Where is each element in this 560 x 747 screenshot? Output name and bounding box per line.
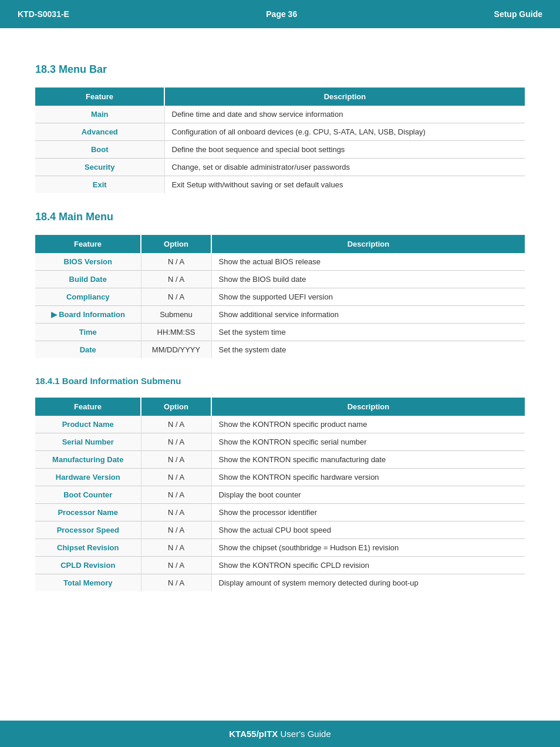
desc-cell: Show the actual CPU boot speed (211, 521, 525, 539)
desc-cell: Show the KONTRON specific serial number (211, 433, 525, 451)
table-row: Chipset Revision N / A Show the chipset … (35, 539, 525, 557)
desc-cell: Display amount of system memory detected… (211, 574, 525, 592)
section-menu-bar-heading: 18.3 Menu Bar (35, 63, 525, 76)
desc-cell: Display the boot counter (211, 486, 525, 504)
section-main-menu-heading: 18.4 Main Menu (35, 211, 525, 223)
menu-bar-desc-header: Description (164, 88, 525, 106)
header-guide: Setup Guide (494, 9, 542, 19)
footer-brand: KTA55/pITX (229, 729, 278, 739)
table-row: Compliancy N / A Show the supported UEFI… (35, 288, 525, 306)
feature-cell: Hardware Version (35, 469, 141, 486)
option-cell: N / A (141, 253, 211, 271)
desc-cell: Show the KONTRON specific manufacturing … (211, 451, 525, 469)
feature-cell: Build Date (35, 271, 141, 288)
desc-cell: Show the processor identifier (211, 504, 525, 521)
option-cell: N / A (141, 433, 211, 451)
menu-bar-table: Feature Description Main Define time and… (35, 88, 525, 193)
table-row: Product Name N / A Show the KONTRON spec… (35, 416, 525, 433)
feature-cell: Boot Counter (35, 486, 141, 504)
desc-cell: Show the chipset (southbridge = Hudson E… (211, 539, 525, 557)
table-row: Serial Number N / A Show the KONTRON spe… (35, 433, 525, 451)
desc-cell: Show the KONTRON specific CPLD revision (211, 557, 525, 574)
table-row: Processor Speed N / A Show the actual CP… (35, 521, 525, 539)
main-content: 18.3 Menu Bar Feature Description Main D… (0, 28, 560, 668)
desc-cell: Show the KONTRON specific product name (211, 416, 525, 433)
header-doc-id: KTD-S0031-E (18, 9, 69, 19)
table-row: Security Change, set or disable administ… (35, 159, 525, 176)
section-board-info-heading: 18.4.1 Board Information Submenu (35, 376, 525, 386)
option-cell: N / A (141, 486, 211, 504)
header-page: Page 36 (266, 9, 297, 19)
feature-cell: BIOS Version (35, 253, 141, 271)
desc-cell: Show additional service information (211, 306, 525, 324)
desc-cell: Show the KONTRON specific hardware versi… (211, 469, 525, 486)
feature-cell: Processor Speed (35, 521, 141, 539)
feature-cell: Manufacturing Date (35, 451, 141, 469)
table-row: ▶ Board Information Submenu Show additio… (35, 306, 525, 324)
board-info-table: Feature Option Description Product Name … (35, 398, 525, 591)
menu-bar-feature-header: Feature (35, 88, 164, 106)
desc-cell: Show the supported UEFI version (211, 288, 525, 306)
main-menu-table: Feature Option Description BIOS Version … (35, 235, 525, 358)
table-row: Total Memory N / A Display amount of sys… (35, 574, 525, 592)
section-main-menu: 18.4 Main Menu Feature Option Descriptio… (35, 211, 525, 358)
table-row: Main Define time and date and show servi… (35, 106, 525, 123)
feature-cell: Security (35, 159, 164, 176)
desc-cell: Show the BIOS build date (211, 271, 525, 288)
feature-cell: Date (35, 341, 141, 359)
option-cell: N / A (141, 557, 211, 574)
feature-cell: CPLD Revision (35, 557, 141, 574)
option-cell: N / A (141, 451, 211, 469)
page-header: KTD-S0031-E Page 36 Setup Guide (0, 0, 560, 28)
desc-cell: Set the system time (211, 324, 525, 341)
table-row: Build Date N / A Show the BIOS build dat… (35, 271, 525, 288)
desc-cell: Define time and date and show service in… (164, 106, 525, 123)
option-cell: N / A (141, 469, 211, 486)
option-cell: N / A (141, 416, 211, 433)
option-cell: MM/DD/YYYY (141, 341, 211, 359)
main-menu-option-header: Option (141, 235, 211, 253)
main-menu-feature-header: Feature (35, 235, 141, 253)
section-board-info: 18.4.1 Board Information Submenu Feature… (35, 376, 525, 591)
feature-cell: ▶ Board Information (35, 306, 141, 324)
section-menu-bar: 18.3 Menu Bar Feature Description Main D… (35, 63, 525, 193)
desc-cell: Change, set or disable administrator/use… (164, 159, 525, 176)
board-info-option-header: Option (141, 398, 211, 416)
desc-cell: Set the system date (211, 341, 525, 359)
option-cell: HH:MM:SS (141, 324, 211, 341)
desc-cell: Show the actual BIOS release (211, 253, 525, 271)
feature-cell: Processor Name (35, 504, 141, 521)
page-footer: KTA55/pITX User's Guide (0, 721, 560, 747)
table-row: Date MM/DD/YYYY Set the system date (35, 341, 525, 359)
table-row: CPLD Revision N / A Show the KONTRON spe… (35, 557, 525, 574)
feature-cell: Chipset Revision (35, 539, 141, 557)
main-menu-desc-header: Description (211, 235, 525, 253)
feature-cell: Serial Number (35, 433, 141, 451)
table-row: Advanced Configuration of all onboard de… (35, 123, 525, 141)
table-row: Hardware Version N / A Show the KONTRON … (35, 469, 525, 486)
option-cell: N / A (141, 288, 211, 306)
option-cell: N / A (141, 504, 211, 521)
board-info-desc-header: Description (211, 398, 525, 416)
option-cell: N / A (141, 521, 211, 539)
feature-cell: Exit (35, 176, 164, 194)
table-row: Boot Counter N / A Display the boot coun… (35, 486, 525, 504)
board-info-feature-header: Feature (35, 398, 141, 416)
desc-cell: Configuration of all onboard devices (e.… (164, 123, 525, 141)
table-row: Manufacturing Date N / A Show the KONTRO… (35, 451, 525, 469)
option-cell: N / A (141, 574, 211, 592)
table-row: BIOS Version N / A Show the actual BIOS … (35, 253, 525, 271)
option-cell: N / A (141, 271, 211, 288)
table-row: Exit Exit Setup with/without saving or s… (35, 176, 525, 194)
desc-cell: Define the boot sequence and special boo… (164, 141, 525, 159)
feature-cell: Total Memory (35, 574, 141, 592)
feature-cell: Main (35, 106, 164, 123)
feature-cell: Product Name (35, 416, 141, 433)
option-cell: N / A (141, 539, 211, 557)
desc-cell: Exit Setup with/without saving or set de… (164, 176, 525, 194)
feature-cell: Advanced (35, 123, 164, 141)
option-cell: Submenu (141, 306, 211, 324)
footer-sub: User's Guide (278, 729, 330, 739)
table-row: Boot Define the boot sequence and specia… (35, 141, 525, 159)
feature-cell: Time (35, 324, 141, 341)
